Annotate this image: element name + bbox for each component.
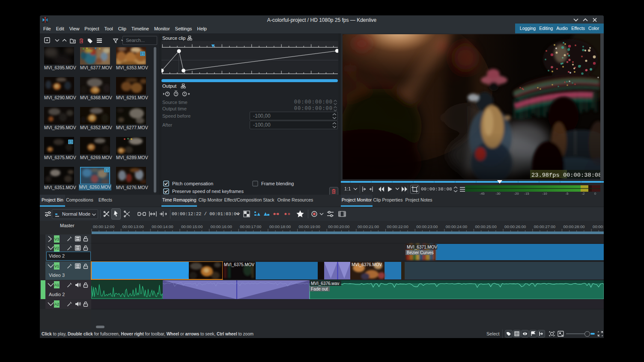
svg-text:00:00:29:00: 00:00:29:00: [593, 224, 604, 229]
svg-text:00:00:21:00: 00:00:21:00: [358, 224, 379, 229]
svg-text:Master: Master: [60, 223, 75, 228]
svg-text:00:00:12:00: 00:00:12:00: [93, 224, 114, 229]
svg-text:-2: -2: [581, 192, 585, 195]
svg-text:A2: A2: [54, 302, 59, 306]
svg-text:00:00:24:00: 00:00:24:00: [446, 224, 467, 229]
svg-text:Video 3: Video 3: [49, 273, 65, 278]
svg-text:0: 0: [594, 192, 596, 195]
svg-text:00:00:14:00: 00:00:14:00: [152, 224, 173, 229]
svg-text:00:00:23:00: 00:00:23:00: [416, 224, 438, 229]
svg-text:00:00:27:00: 00:00:27:00: [534, 224, 555, 229]
svg-text:00:00:25:00: 00:00:25:00: [475, 224, 497, 229]
svg-text:-45: -45: [480, 192, 485, 195]
svg-text:00:00:20:00: 00:00:20:00: [328, 224, 349, 229]
svg-text:Fade out: Fade out: [311, 287, 328, 291]
svg-text:00:00:17:00: 00:00:17:00: [240, 224, 261, 229]
svg-text:Video 2: Video 2: [49, 253, 65, 258]
svg-text:MVI_6375.MOV: MVI_6375.MOV: [224, 262, 254, 267]
svg-text:A1: A1: [54, 283, 59, 287]
svg-text:00:00:16:00: 00:00:16:00: [211, 224, 232, 229]
svg-text:MVI_6376.wav: MVI_6376.wav: [311, 281, 339, 286]
svg-text:-5: -5: [565, 192, 569, 195]
svg-text:Bézier Curves: Bézier Curves: [407, 250, 434, 255]
svg-text:MVI_6376.MOV: MVI_6376.MOV: [352, 262, 382, 267]
svg-text:00:00:28:00: 00:00:28:00: [563, 224, 584, 229]
svg-text:-20: -20: [514, 192, 519, 195]
svg-text:-30: -30: [495, 192, 501, 195]
svg-text:00:00:15:00: 00:00:15:00: [181, 224, 203, 229]
svg-text:Audio 2: Audio 2: [49, 292, 65, 297]
svg-text:00:00:19:00: 00:00:19:00: [299, 224, 320, 229]
svg-text:MVI_6371.MOV: MVI_6371.MOV: [407, 245, 437, 249]
svg-text:-15: -15: [524, 192, 529, 195]
svg-text:00:00:26:00: 00:00:26:00: [504, 224, 526, 229]
svg-text:23.98fps 00:00:38:08: 23.98fps 00:00:38:08: [531, 172, 600, 178]
svg-text:-10: -10: [542, 192, 547, 195]
svg-text:V3: V3: [54, 237, 59, 241]
svg-text:V2: V2: [54, 246, 59, 250]
svg-text:00:00:22:00: 00:00:22:00: [387, 224, 408, 229]
svg-text:V1: V1: [54, 264, 59, 268]
svg-text:00:00:18:00: 00:00:18:00: [269, 224, 291, 229]
svg-text:00:00:13:00: 00:00:13:00: [122, 224, 144, 229]
